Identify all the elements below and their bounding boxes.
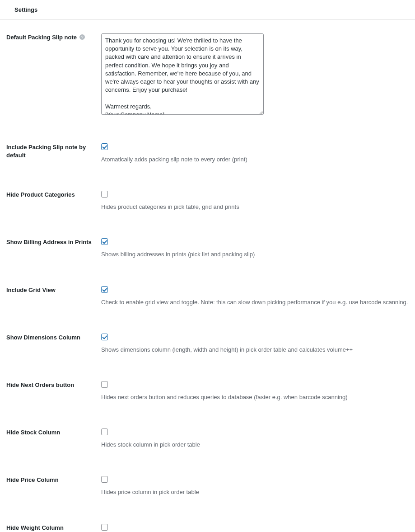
label-show-dimensions: Show Dimensions Column	[6, 334, 80, 342]
input-col: Hides weigth column in pick order table	[101, 524, 409, 532]
label-col: Hide Weight Column	[6, 524, 101, 532]
label-packing-slip-note: Default Packing Slip note	[6, 33, 77, 42]
label-col: Show Billing Address in Prints	[6, 238, 101, 246]
label-show-billing: Show Billing Address in Prints	[6, 238, 92, 246]
desc-include-grid: Check to enable grid view and toggle. No…	[101, 298, 409, 306]
label-col: Show Dimensions Column	[6, 334, 101, 342]
label-col: Default Packing Slip note ?	[6, 33, 101, 42]
textarea-packing-slip-note[interactable]	[101, 33, 264, 115]
checkbox-hide-stock[interactable]	[101, 428, 108, 435]
input-col: Atomatically adds packing slip note to e…	[101, 143, 409, 164]
label-include-grid: Include Grid View	[6, 286, 56, 294]
input-col	[101, 33, 409, 116]
label-hide-next-orders: Hide Next Orders button	[6, 381, 74, 389]
desc-include-note-default: Atomatically adds packing slip note to e…	[101, 155, 409, 164]
label-col: Hide Product Categories	[6, 191, 101, 199]
checkbox-include-note-default[interactable]	[101, 143, 108, 150]
page-header: Settings	[0, 0, 415, 20]
label-col: Hide Next Orders button	[6, 381, 101, 389]
desc-hide-price: Hides price column in pick order table	[101, 488, 409, 496]
input-col: Hides next orders button and reduces que…	[101, 381, 409, 401]
help-icon[interactable]: ?	[79, 34, 85, 40]
checkbox-hide-weight[interactable]	[101, 524, 108, 531]
desc-hide-next-orders: Hides next orders button and reduces que…	[101, 393, 409, 401]
row-packing-slip-note: Default Packing Slip note ?	[6, 33, 409, 116]
page-title: Settings	[14, 6, 37, 13]
checkbox-show-billing[interactable]	[101, 238, 108, 245]
desc-show-billing: Shows billing addresses in prints (pick …	[101, 250, 409, 259]
input-col: Hides product categories in pick table, …	[101, 191, 409, 211]
label-col: Include Packing Slip note by default	[6, 143, 101, 159]
label-include-note-default: Include Packing Slip note by default	[6, 143, 101, 159]
checkbox-show-dimensions[interactable]	[101, 334, 108, 340]
desc-show-dimensions: Shows dimensions column (length, width a…	[101, 346, 409, 354]
checkbox-include-grid[interactable]	[101, 286, 108, 293]
row-show-billing: Show Billing Address in Prints Shows bil…	[6, 238, 409, 259]
label-hide-price: Hide Price Column	[6, 476, 59, 484]
label-col: Include Grid View	[6, 286, 101, 294]
row-hide-categories: Hide Product Categories Hides product ca…	[6, 191, 409, 211]
checkbox-hide-next-orders[interactable]	[101, 381, 108, 388]
desc-hide-stock: Hides stock column in pick order table	[101, 441, 409, 449]
row-hide-stock: Hide Stock Column Hides stock column in …	[6, 428, 409, 449]
row-hide-weight: Hide Weight Column Hides weigth column i…	[6, 524, 409, 532]
row-hide-next-orders: Hide Next Orders button Hides next order…	[6, 381, 409, 401]
row-include-grid: Include Grid View Check to enable grid v…	[6, 286, 409, 306]
input-col: Shows dimensions column (length, width a…	[101, 334, 409, 354]
row-include-note-default: Include Packing Slip note by default Ato…	[6, 143, 409, 164]
checkbox-hide-categories[interactable]	[101, 191, 108, 198]
row-show-dimensions: Show Dimensions Column Shows dimensions …	[6, 334, 409, 354]
label-hide-categories: Hide Product Categories	[6, 191, 75, 199]
checkbox-hide-price[interactable]	[101, 476, 108, 483]
label-hide-weight: Hide Weight Column	[6, 524, 64, 532]
input-col: Shows billing addresses in prints (pick …	[101, 238, 409, 259]
settings-form: Default Packing Slip note ? Include Pack…	[0, 20, 415, 532]
input-col: Hides price column in pick order table	[101, 476, 409, 496]
input-col: Hides stock column in pick order table	[101, 428, 409, 449]
row-hide-price: Hide Price Column Hides price column in …	[6, 476, 409, 496]
label-col: Hide Price Column	[6, 476, 101, 484]
input-col: Check to enable grid view and toggle. No…	[101, 286, 409, 306]
label-col: Hide Stock Column	[6, 428, 101, 437]
desc-hide-categories: Hides product categories in pick table, …	[101, 203, 409, 211]
label-hide-stock: Hide Stock Column	[6, 428, 60, 437]
